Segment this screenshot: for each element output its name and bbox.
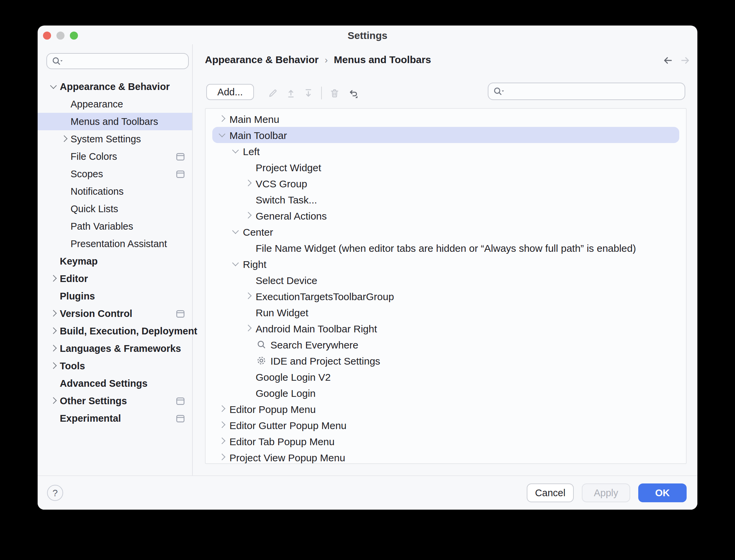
tree-item-general-actions[interactable]: General Actions [212, 207, 679, 224]
sidebar-item-build-execution-deployment[interactable]: Build, Execution, Deployment [38, 322, 192, 340]
actions-tree: Main Menu Main Toolbar Left [205, 108, 687, 464]
move-down-icon[interactable] [303, 88, 314, 98]
chevron-right-icon[interactable] [59, 134, 69, 144]
chevron-right-icon[interactable] [48, 343, 58, 354]
tree-item-label: File Name Widget (when editor tabs are h… [256, 242, 636, 253]
zoom-button[interactable] [70, 31, 78, 39]
tree-item-center[interactable]: Center [212, 224, 679, 240]
tree-item-editor-gutter-popup-menu[interactable]: Editor Gutter Popup Menu [212, 417, 679, 433]
close-button[interactable] [43, 31, 51, 39]
sidebar-item-appearance[interactable]: Appearance [38, 95, 192, 113]
chevron-right-icon[interactable] [244, 323, 254, 333]
sidebar-item-label: Keymap [60, 256, 98, 267]
tree-item-google-login-v2[interactable]: Google Login V2 [212, 369, 679, 385]
sidebar-item-other-settings[interactable]: Other Settings [38, 392, 192, 410]
tree-item-file-name-widget-when-editor-tabs-are-hidden-or-always-show-full-path-is-enabled[interactable]: File Name Widget (when editor tabs are h… [212, 240, 679, 256]
chevron-right-icon[interactable] [217, 404, 227, 414]
sidebar-item-label: Build, Execution, Deployment [60, 326, 197, 336]
chevron-down-icon[interactable] [231, 146, 241, 156]
breadcrumb-appearance-behavior[interactable]: Appearance & Behavior [205, 54, 318, 65]
tree-item-label: Main Toolbar [229, 129, 287, 141]
sidebar-item-label: Menus and Toolbars [71, 116, 158, 127]
ok-button[interactable]: OK [638, 483, 687, 502]
chevron-right-icon[interactable] [217, 452, 227, 462]
tree-search-input[interactable] [506, 86, 681, 97]
move-up-icon[interactable] [285, 88, 296, 98]
sidebar-item-presentation-assistant[interactable]: Presentation Assistant [38, 235, 192, 252]
chevron-right-icon[interactable] [217, 436, 227, 446]
tree-item-run-widget[interactable]: Run Widget [212, 304, 679, 320]
chevron-right-icon[interactable] [217, 114, 227, 124]
chevron-spacer [244, 162, 254, 172]
edit-icon[interactable] [267, 88, 278, 98]
chevron-right-icon[interactable] [48, 396, 58, 406]
sidebar-item-path-variables[interactable]: Path Variables [38, 218, 192, 235]
tree-item-main-toolbar[interactable]: Main Toolbar [212, 127, 679, 143]
delete-icon[interactable] [330, 88, 340, 98]
tree-item-right[interactable]: Right [212, 256, 679, 272]
back-arrow-icon[interactable] [662, 55, 673, 66]
chevron-right-icon[interactable] [48, 326, 58, 336]
sidebar-item-version-control[interactable]: Version Control [38, 305, 192, 322]
sidebar-item-menus-and-toolbars[interactable]: Menus and Toolbars [38, 113, 192, 130]
tree-item-label: Main Menu [229, 113, 279, 125]
sidebar-item-label: Notifications [71, 186, 124, 197]
tree-item-main-menu[interactable]: Main Menu [212, 111, 679, 127]
sidebar-item-experimental[interactable]: Experimental [38, 410, 192, 427]
tree-item-editor-tab-popup-menu[interactable]: Editor Tab Popup Menu [212, 433, 679, 449]
sidebar-item-advanced-settings[interactable]: Advanced Settings [38, 375, 192, 392]
sidebar-item-languages-frameworks[interactable]: Languages & Frameworks [38, 340, 192, 357]
chevron-right-icon[interactable] [48, 309, 58, 319]
sidebar-item-scopes[interactable]: Scopes [38, 165, 192, 183]
tree-item-google-login[interactable]: Google Login [212, 385, 679, 401]
minimize-button[interactable] [56, 31, 64, 39]
tree-item-ide-and-project-settings[interactable]: IDE and Project Settings [212, 353, 679, 369]
tree-item-vcs-group[interactable]: VCS Group [212, 175, 679, 191]
tree-item-project-view-popup-menu[interactable]: Project View Popup Menu [212, 449, 679, 464]
apply-button[interactable]: Apply [582, 483, 630, 502]
tree-item-search-everywhere[interactable]: Search Everywhere [212, 336, 679, 353]
sidebar-item-plugins[interactable]: Plugins [38, 287, 192, 305]
tree-search-field[interactable] [488, 83, 685, 100]
chevron-right-icon[interactable] [244, 291, 254, 301]
sidebar-search-input[interactable] [64, 55, 184, 67]
chevron-right-icon[interactable] [244, 211, 254, 221]
tree-item-switch-task[interactable]: Switch Task... [212, 191, 679, 207]
chevron-spacer [48, 291, 58, 301]
chevron-right-icon[interactable] [244, 178, 254, 188]
chevron-spacer [48, 378, 58, 388]
sidebar-item-editor[interactable]: Editor [38, 270, 192, 287]
chevron-down-icon[interactable] [231, 259, 241, 269]
revert-icon[interactable] [347, 88, 358, 98]
chevron-down-icon[interactable] [231, 227, 241, 237]
cancel-button[interactable]: Cancel [527, 483, 574, 502]
chevron-spacer [244, 356, 254, 366]
chevron-right-icon[interactable] [217, 420, 227, 430]
window-icon [175, 151, 185, 161]
sidebar-item-quick-lists[interactable]: Quick Lists [38, 200, 192, 218]
tree-item-executiontargetstoolbargroup[interactable]: ExecutionTargetsToolbarGroup [212, 288, 679, 304]
chevron-down-icon[interactable] [48, 82, 58, 92]
sidebar-item-tools[interactable]: Tools [38, 357, 192, 375]
tree-toolbar [264, 87, 361, 99]
tree-item-select-device[interactable]: Select Device [212, 272, 679, 288]
help-button[interactable]: ? [47, 485, 63, 501]
sidebar-item-label: File Colors [71, 151, 117, 162]
sidebar-item-file-colors[interactable]: File Colors [38, 148, 192, 165]
chevron-right-icon[interactable] [48, 361, 58, 371]
sidebar-item-system-settings[interactable]: System Settings [38, 130, 192, 148]
sidebar-item-label: Other Settings [60, 395, 127, 406]
sidebar-item-notifications[interactable]: Notifications [38, 183, 192, 200]
sidebar-item-keymap[interactable]: Keymap [38, 252, 192, 270]
sidebar-search-field[interactable] [46, 53, 189, 69]
chevron-spacer [244, 339, 254, 349]
chevron-right-icon[interactable] [48, 274, 58, 284]
chevron-down-icon[interactable] [217, 130, 227, 140]
tree-item-project-widget[interactable]: Project Widget [212, 159, 679, 175]
tree-item-android-main-toolbar-right[interactable]: Android Main Toolbar Right [212, 320, 679, 336]
add-button[interactable]: Add... [206, 84, 254, 100]
tree-item-left[interactable]: Left [212, 143, 679, 159]
sidebar-item-appearance-behavior[interactable]: Appearance & Behavior [38, 78, 192, 95]
forward-arrow-icon[interactable] [680, 55, 691, 66]
tree-item-editor-popup-menu[interactable]: Editor Popup Menu [212, 401, 679, 417]
